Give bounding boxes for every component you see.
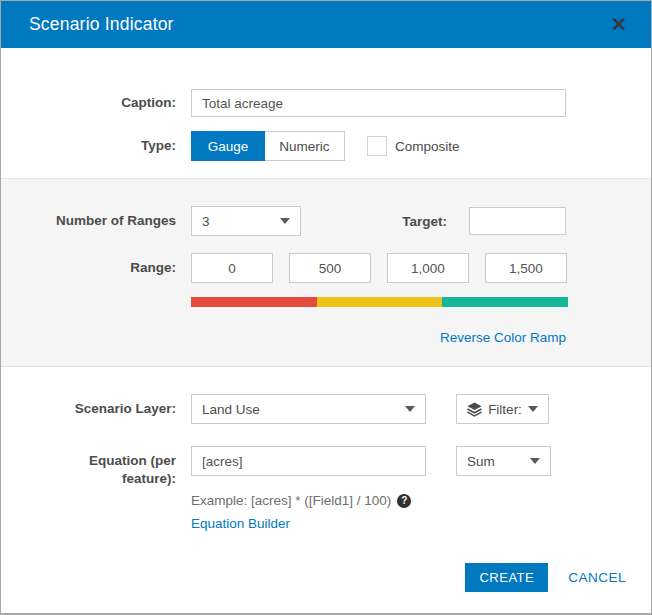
- number-of-ranges-value: 3: [202, 214, 210, 229]
- dialog-header: Scenario Indicator ✕: [1, 1, 651, 48]
- target-label: Target:: [301, 214, 469, 229]
- number-of-ranges-row: Number of Ranges 3 Target:: [1, 206, 651, 236]
- help-icon[interactable]: ?: [397, 494, 411, 508]
- dialog-title: Scenario Indicator: [29, 14, 611, 35]
- range-label: Range:: [16, 259, 176, 277]
- chevron-down-icon: [530, 458, 540, 464]
- range-input-3[interactable]: [387, 253, 469, 283]
- color-ramp-segment-green: [442, 297, 568, 307]
- ranges-section: Number of Ranges 3 Target: Range: Revers…: [1, 178, 651, 367]
- type-row: Type: Gauge Numeric Composite: [1, 131, 651, 161]
- chevron-down-icon: [405, 406, 415, 412]
- equation-example-line: Example: [acres] * ([Field1] / 100) ?: [191, 493, 651, 508]
- chevron-down-icon: [280, 218, 290, 224]
- range-input-2[interactable]: [289, 253, 371, 283]
- equation-row: Equation (per feature): Sum: [1, 446, 651, 487]
- scenario-layer-value: Land Use: [202, 402, 260, 417]
- type-label: Type:: [16, 137, 176, 155]
- layers-icon: [467, 402, 482, 417]
- color-ramp-segment-red: [191, 297, 317, 307]
- reverse-color-ramp-wrap: Reverse Color Ramp: [1, 328, 651, 346]
- number-of-ranges-label: Number of Ranges: [16, 212, 176, 230]
- color-ramp: [191, 297, 568, 307]
- color-ramp-segment-yellow: [317, 297, 443, 307]
- equation-builder-wrap: Equation Builder: [191, 514, 651, 532]
- equation-example-text: Example: [acres] * ([Field1] / 100): [191, 493, 391, 508]
- aggregate-dropdown[interactable]: Sum: [456, 446, 551, 476]
- scenario-layer-dropdown[interactable]: Land Use: [191, 394, 426, 424]
- range-input-1[interactable]: [191, 253, 273, 283]
- type-option-gauge[interactable]: Gauge: [191, 131, 265, 161]
- reverse-color-ramp-link[interactable]: Reverse Color Ramp: [440, 330, 566, 345]
- scenario-layer-row: Scenario Layer: Land Use Filter:: [1, 394, 651, 424]
- scenario-indicator-dialog: Scenario Indicator ✕ Caption: Type: Gaug…: [0, 0, 652, 615]
- equation-label-line2: feature):: [122, 471, 176, 486]
- cancel-button[interactable]: CANCEL: [568, 570, 626, 585]
- range-row: Range:: [1, 253, 651, 283]
- equation-label-line1: Equation (per: [89, 453, 176, 468]
- type-option-numeric[interactable]: Numeric: [265, 131, 345, 161]
- caption-row: Caption:: [1, 89, 651, 117]
- filter-button[interactable]: Filter:: [456, 394, 549, 424]
- target-input[interactable]: [469, 207, 566, 235]
- chevron-down-icon: [528, 406, 538, 412]
- caption-label: Caption:: [16, 94, 176, 112]
- aggregate-value: Sum: [467, 454, 495, 469]
- composite-label: Composite: [395, 139, 460, 154]
- filter-label: Filter:: [488, 402, 522, 417]
- composite-wrap: Composite: [367, 136, 460, 156]
- composite-checkbox[interactable]: [367, 136, 387, 156]
- equation-builder-link[interactable]: Equation Builder: [191, 516, 290, 531]
- equation-input[interactable]: [191, 446, 426, 476]
- close-icon[interactable]: ✕: [611, 15, 627, 34]
- dialog-footer: CREATE CANCEL: [465, 563, 626, 592]
- type-toggle: Gauge Numeric: [191, 131, 345, 161]
- scenario-layer-label: Scenario Layer:: [16, 400, 176, 418]
- create-button[interactable]: CREATE: [465, 563, 548, 592]
- equation-label: Equation (per feature):: [16, 446, 176, 487]
- caption-input[interactable]: [191, 89, 566, 117]
- number-of-ranges-dropdown[interactable]: 3: [191, 206, 301, 236]
- range-input-4[interactable]: [485, 253, 567, 283]
